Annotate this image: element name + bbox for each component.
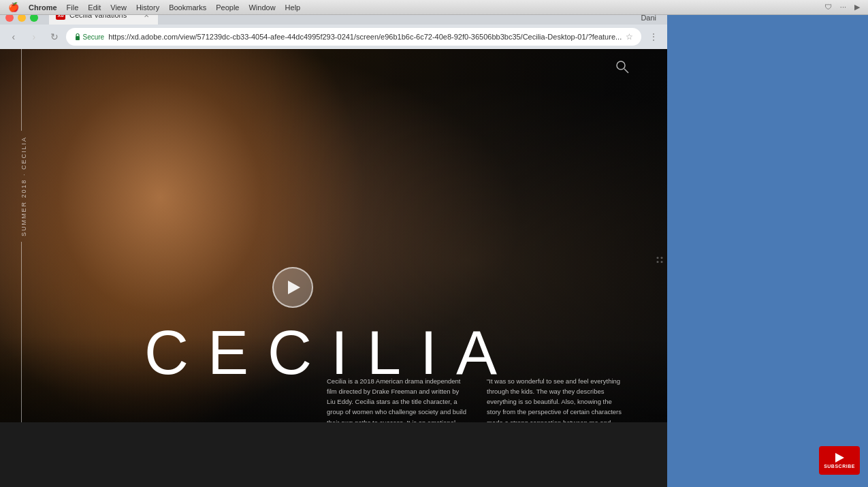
svg-point-3	[657, 257, 659, 259]
svg-line-2	[624, 69, 628, 73]
play-button[interactable]	[272, 267, 313, 308]
secure-badge: Secure	[74, 33, 104, 41]
os-menu-edit[interactable]: Edit	[88, 3, 101, 12]
os-menu-bar: 🍎 Chrome File Edit View History Bookmark…	[0, 0, 868, 15]
reload-btn[interactable]: ↻	[46, 28, 63, 46]
webpage-content: SUMMER 2018 · CECILIA CECILIA	[0, 49, 667, 472]
address-url[interactable]: https://xd.adobe.com/view/571239dc-cb33-…	[108, 33, 622, 41]
drag-handle-icon[interactable]	[655, 255, 664, 266]
bottom-strip	[0, 422, 667, 487]
os-menu-people[interactable]: People	[216, 3, 239, 12]
apple-icon[interactable]: 🍎	[8, 2, 19, 12]
side-decoration: SUMMER 2018 · CECILIA	[20, 49, 22, 472]
play-triangle-icon	[288, 281, 300, 294]
os-menu-file[interactable]: File	[67, 3, 79, 12]
back-btn[interactable]: ‹	[5, 28, 22, 46]
svg-point-1	[617, 61, 625, 69]
address-input[interactable]: Secure https://xd.adobe.com/view/571239d…	[66, 28, 641, 46]
more-options-btn[interactable]: ⋮	[645, 28, 662, 46]
movie-title: CECILIA	[34, 322, 626, 383]
secure-text: Secure	[82, 33, 104, 41]
browser-window: Xd Cecilia Variations ✕ + Dani ‹ › ↻ Sec…	[0, 0, 667, 487]
search-icon[interactable]	[615, 60, 629, 77]
youtube-play-icon	[833, 453, 846, 462]
os-shield-icon: 🛡	[824, 3, 832, 12]
os-menu-window[interactable]: Window	[248, 3, 275, 12]
side-line-top	[21, 49, 22, 131]
forward-btn[interactable]: ›	[26, 28, 42, 46]
right-panel: SUBSCRIBE	[667, 64, 868, 487]
youtube-subscribe-label: SUBSCRIBE	[824, 464, 855, 469]
svg-point-4	[661, 257, 663, 259]
os-menu-view[interactable]: View	[110, 3, 127, 12]
svg-rect-0	[76, 36, 80, 40]
os-dots-icon: ···	[840, 3, 846, 12]
os-menu-chrome[interactable]: Chrome	[29, 3, 57, 12]
bookmark-icon[interactable]: ☆	[626, 32, 633, 42]
svg-point-5	[657, 261, 659, 263]
os-wifi-icon: ▶	[854, 3, 860, 12]
svg-point-6	[661, 261, 663, 263]
side-text: SUMMER 2018 · CECILIA	[20, 131, 22, 242]
os-menu-help[interactable]: Help	[285, 3, 301, 12]
youtube-subscribe-button[interactable]: SUBSCRIBE	[819, 446, 860, 475]
address-bar-row: ‹ › ↻ Secure https://xd.adobe.com/view/5…	[0, 25, 667, 49]
os-menu-bookmarks[interactable]: Bookmarks	[169, 3, 206, 12]
os-menu-history[interactable]: History	[136, 3, 159, 12]
